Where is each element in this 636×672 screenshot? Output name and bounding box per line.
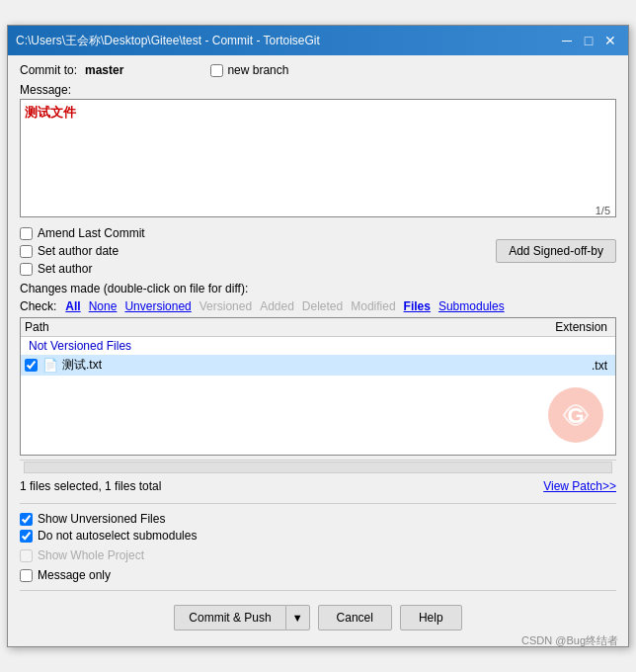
file-group-header[interactable]: Not Versioned Files — [21, 337, 615, 355]
filter-deleted[interactable]: Deleted — [299, 299, 346, 313]
set-author-label: Set author — [38, 262, 92, 276]
filter-row: Check: All None Unversioned Versioned Ad… — [20, 299, 616, 313]
checkboxes-col: Amend Last Commit Set author date Set au… — [20, 226, 145, 276]
amend-last-commit-checkbox[interactable] — [20, 227, 33, 240]
file-list-header: Path Extension — [21, 318, 615, 337]
filter-modified[interactable]: Modified — [348, 299, 398, 313]
col-path-header: Path — [25, 320, 542, 334]
help-button[interactable]: Help — [400, 605, 462, 630]
commit-push-button[interactable]: Commit & Push — [174, 605, 284, 630]
filter-files[interactable]: Files — [401, 299, 434, 313]
cancel-button[interactable]: Cancel — [318, 605, 392, 630]
horizontal-scrollbar[interactable] — [24, 462, 612, 473]
filter-versioned[interactable]: Versioned — [197, 299, 255, 313]
window-content: Commit to: master new branch Message: 1/… — [8, 55, 628, 646]
message-label: Message: — [20, 83, 616, 97]
options-row: Show Unversioned Files Do not autoselect… — [20, 512, 616, 543]
message-section: Message: 1/5 — [20, 83, 616, 220]
do-not-autoselect-checkbox[interactable] — [20, 530, 33, 543]
file-doc-icon: 📄 — [42, 358, 58, 373]
set-author-date-checkbox[interactable] — [20, 245, 33, 258]
filter-all[interactable]: All — [62, 299, 83, 313]
filter-check-label: Check: — [20, 299, 56, 313]
show-unversioned-checkbox[interactable] — [20, 513, 33, 526]
file-check[interactable] — [25, 359, 42, 372]
show-unversioned-label: Show Unversioned Files — [38, 512, 165, 526]
message-only-checkbox[interactable] — [20, 569, 33, 582]
close-button[interactable]: ✕ — [600, 31, 620, 50]
message-only-row: Message only — [20, 568, 616, 582]
amend-last-commit-label: Amend Last Commit — [38, 226, 145, 240]
file-name: 测试.txt — [62, 357, 542, 374]
filter-added[interactable]: Added — [257, 299, 297, 313]
view-patch-link[interactable]: View Patch>> — [543, 479, 616, 493]
set-author-row: Set author — [20, 262, 145, 276]
file-ext: .txt — [542, 359, 611, 373]
git-logo-decoration: G — [546, 385, 605, 445]
set-author-checkbox[interactable] — [20, 263, 33, 276]
title-bar: C:\Users\王会称\Desktop\Gitee\test - Commit… — [8, 26, 628, 55]
add-signed-off-by-button[interactable]: Add Signed-off-by — [496, 239, 616, 263]
message-box-wrapper: 1/5 — [20, 99, 616, 220]
message-only-label: Message only — [38, 568, 111, 582]
commit-push-dropdown-button[interactable]: ▼ — [285, 605, 310, 630]
new-branch-area: new branch — [210, 63, 288, 77]
title-bar-controls: ─ □ ✕ — [557, 31, 620, 50]
file-row[interactable]: 📄 测试.txt .txt — [21, 355, 615, 376]
title-bar-text: C:\Users\王会称\Desktop\Gitee\test - Commit… — [16, 33, 320, 49]
filter-submodules[interactable]: Submodules — [436, 299, 508, 313]
watermark-text: CSDN @Bug终结者 — [521, 633, 618, 648]
show-whole-project-label: Show Whole Project — [38, 548, 144, 562]
show-whole-project-row: Show Whole Project — [20, 548, 144, 562]
show-whole-and-message-row: Show Whole Project — [20, 548, 616, 562]
main-window: C:\Users\王会称\Desktop\Gitee\test - Commit… — [7, 25, 629, 647]
commit-to-label: Commit to: — [20, 63, 77, 77]
divider-1 — [20, 503, 616, 504]
message-textarea[interactable] — [20, 99, 616, 217]
col-ext-header: Extension — [542, 320, 611, 334]
changes-section: Changes made (double-click on file for d… — [20, 282, 616, 495]
filter-unversioned[interactable]: Unversioned — [121, 299, 194, 313]
maximize-button[interactable]: □ — [579, 31, 598, 50]
message-counter: 1/5 — [596, 205, 610, 216]
file-checkbox[interactable] — [25, 359, 38, 372]
new-branch-checkbox[interactable] — [210, 64, 223, 77]
checkboxes-and-signed-row: Amend Last Commit Set author date Set au… — [20, 226, 616, 276]
commit-push-group: Commit & Push ▼ — [174, 605, 309, 630]
changes-label: Changes made (double-click on file for d… — [20, 282, 616, 295]
status-text: 1 files selected, 1 files total — [20, 479, 161, 493]
scrollbar-area — [20, 460, 616, 473]
commit-to-value: master — [85, 63, 123, 77]
do-not-autoselect-label: Do not autoselect submodules — [38, 529, 197, 543]
do-not-autoselect-row: Do not autoselect submodules — [20, 529, 616, 543]
set-author-date-row: Set author date — [20, 244, 145, 258]
minimize-button[interactable]: ─ — [557, 31, 577, 50]
show-whole-project-checkbox[interactable] — [20, 549, 33, 562]
file-list-wrapper: Path Extension Not Versioned Files 📄 测试.… — [20, 317, 616, 456]
new-branch-label: new branch — [227, 63, 288, 77]
amend-last-commit-row: Amend Last Commit — [20, 226, 145, 240]
bottom-status: 1 files selected, 1 files total View Pat… — [20, 477, 616, 495]
show-unversioned-row: Show Unversioned Files — [20, 512, 616, 526]
filter-none[interactable]: None — [86, 299, 120, 313]
action-buttons-row: Commit & Push ▼ Cancel Help — [20, 599, 616, 638]
set-author-date-label: Set author date — [38, 244, 119, 258]
divider-2 — [20, 590, 616, 591]
commit-to-row: Commit to: master new branch — [20, 63, 616, 77]
